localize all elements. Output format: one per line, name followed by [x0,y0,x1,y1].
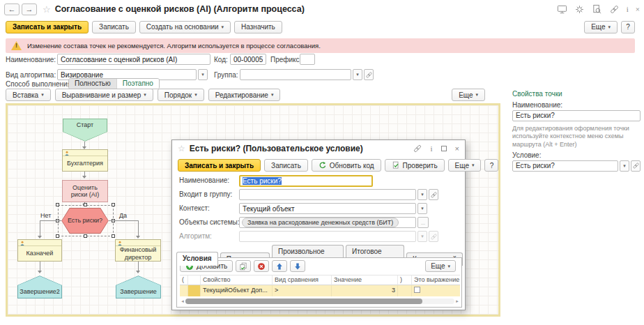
save-close-button[interactable]: Записать и закрыть [6,21,89,33]
header-value: Значение [332,275,398,285]
node-assess-risks[interactable]: Оценить риски (AI) [62,180,108,202]
expression-checkbox[interactable] [414,287,420,293]
scrollbar-thumb[interactable] [185,298,422,304]
dialog-group-open-button[interactable] [429,189,438,200]
execution-staged-option[interactable]: Поэтапно [116,79,159,89]
selection-handle[interactable] [56,203,59,206]
horizontal-scrollbar[interactable]: ◂ ▸ [180,298,460,304]
table-more-button[interactable]: Еще▾ [425,260,456,272]
dialog-context-select[interactable] [239,203,416,214]
node-treasurer-strip [18,240,61,246]
refresh-code-button[interactable]: Обновить код [312,159,381,172]
dialog-group-input[interactable] [239,189,416,200]
panel-name-input[interactable]: Есть риски? [512,110,641,121]
chevron-down-icon: ▾ [356,72,359,77]
connector-line [40,262,40,271]
dialog-algorithm-open-button[interactable] [429,231,438,242]
favorite-star-icon[interactable]: ☆ [43,4,51,15]
name-input[interactable] [57,54,210,65]
more-button[interactable]: Еще ▾ [584,21,618,33]
selection-handle[interactable] [84,234,87,238]
object-chip[interactable]: Заявка на расходование денежных средств … [242,218,399,227]
find-icon[interactable] [592,4,602,15]
refresh-icon [319,161,327,169]
dialog-more-label: Еще [455,162,469,169]
table-row[interactable]: ТекущийОбъект Доп... > 3 [180,285,460,296]
save-button[interactable]: Записать [92,21,136,33]
move-down-button[interactable] [290,260,305,272]
node-end2[interactable]: Завершение2 [17,275,62,298]
dialog-name-input[interactable]: Есть риски? [239,175,373,187]
node-start[interactable]: Старт [63,119,107,142]
arrow-up-icon [275,262,284,271]
dialog-group-dropdown-button[interactable]: ▾ [417,189,427,200]
dialog-maximize-icon[interactable] [441,146,447,151]
canvas-toolbar: Вставка▾ Выравнивание и размер▾ Порядок▾… [6,88,500,102]
dialog-link-icon[interactable] [413,144,422,153]
chevron-down-icon: ▾ [41,92,44,98]
align-size-menu-button[interactable]: Выравнивание и размер▾ [55,89,153,101]
assign-label: Назначить [241,23,275,31]
dialog-titlebar: ☆ Есть риски? (Пользовательское условие)… [172,140,465,157]
forward-button[interactable]: → [22,3,37,15]
node-fin-director[interactable]: Финансовый директор [115,239,161,262]
connector-line [138,220,139,236]
chevron-down-icon: ▾ [623,163,626,169]
selection-handle[interactable] [112,203,115,206]
panel-title: Свойства точки [512,90,641,98]
dialog-help-button[interactable]: ? [484,159,498,172]
node-accounting[interactable]: Бухгалтерия [62,149,108,172]
check-button[interactable]: Проверить [385,159,445,172]
algorithm-kind-dropdown-button[interactable]: ▾ [198,69,208,80]
dialog-info-icon[interactable]: i [431,144,433,153]
create-based-on-button[interactable]: Создать на основании ▾ [139,21,231,33]
code-input[interactable] [230,54,266,65]
dialog-objects-choose-button[interactable]: ... [417,217,429,228]
dialog-more-button[interactable]: Еще▾ [448,159,482,172]
node-condition[interactable]: Есть риски? [61,208,109,234]
dialog-save-button[interactable]: Записать [264,159,308,172]
scroll-right-icon[interactable]: ▸ [454,298,460,304]
copy-button[interactable] [236,260,251,272]
selection-handle[interactable] [84,203,87,206]
link-icon[interactable] [609,4,620,15]
prefix-input[interactable] [300,54,315,65]
group-input[interactable] [240,69,351,80]
panel-condition-input[interactable]: Есть риски? [512,160,618,172]
panel-condition-dropdown-button[interactable]: ▾ [620,160,629,172]
dialog-star-icon[interactable]: ☆ [178,144,185,153]
settings-gear-icon[interactable] [574,4,585,15]
dialog-close-icon[interactable]: × [455,144,459,153]
scroll-left-icon[interactable]: ◂ [180,298,185,304]
cell-value: 3 [332,285,398,296]
warning-banner: Изменение состава точек не рекомендуется… [6,38,635,53]
help-button[interactable]: ? [621,21,635,33]
canvas-more-button[interactable]: Еще▾ [452,89,485,101]
order-menu-button[interactable]: Порядок▾ [158,89,204,101]
back-button[interactable]: ← [4,3,20,15]
dialog-objects-input[interactable]: Заявка на расходование денежных средств … [239,217,416,228]
selection-handle[interactable] [112,234,115,238]
panel-condition-open-button[interactable] [631,160,641,172]
insert-menu-button[interactable]: Вставка▾ [6,89,51,101]
move-up-button[interactable] [272,260,287,272]
editing-menu-button[interactable]: Редактирование▾ [208,89,281,101]
dialog-save-close-button[interactable]: Записать и закрыть [178,159,261,172]
close-icon[interactable]: × [636,5,640,13]
group-open-button[interactable] [364,69,374,80]
dialog-algorithm-input[interactable] [239,231,416,242]
node-end2-label: Завершение2 [17,275,62,298]
monitor-icon[interactable] [557,4,567,15]
dialog-context-dropdown-button[interactable]: ▾ [417,203,427,214]
selection-handle[interactable] [56,234,59,238]
scrollbar-track[interactable] [185,298,454,304]
node-treasurer[interactable]: Казначей [17,239,62,262]
group-dropdown-button[interactable]: ▾ [353,69,362,80]
assign-button[interactable]: Назначить [234,21,282,33]
tab-conditions[interactable]: Условия [176,252,218,266]
dialog-algorithm-dropdown-button[interactable]: ▾ [417,231,427,242]
execution-full-option[interactable]: Полностью [69,79,116,89]
node-end[interactable]: Завершение [116,275,161,298]
info-icon[interactable]: i [627,5,629,13]
delete-button[interactable] [254,260,269,272]
